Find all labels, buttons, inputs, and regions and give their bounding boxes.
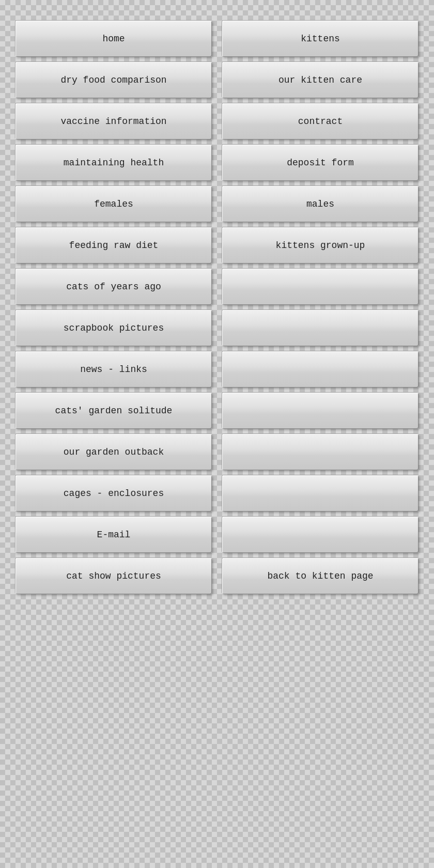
empty-4-button bbox=[222, 393, 419, 429]
cats-of-years-ago-button[interactable]: cats of years ago bbox=[16, 269, 212, 305]
dry-food-comparison-button[interactable]: dry food comparison bbox=[16, 62, 212, 98]
empty-2-button bbox=[222, 310, 419, 346]
cages-enclosures-button[interactable]: cages - enclosures bbox=[16, 475, 212, 512]
empty-3-button bbox=[222, 351, 419, 388]
kittens-button[interactable]: kittens bbox=[222, 21, 419, 57]
males-button[interactable]: males bbox=[222, 186, 419, 222]
empty-6-button bbox=[222, 475, 419, 512]
vaccine-information-button[interactable]: vaccine information bbox=[16, 103, 212, 140]
feeding-raw-diet-button[interactable]: feeding raw diet bbox=[16, 227, 212, 264]
our-garden-outback-button[interactable]: our garden outback bbox=[16, 434, 212, 470]
cats-garden-solitude-button[interactable]: cats' garden solitude bbox=[16, 393, 212, 429]
home-button[interactable]: home bbox=[16, 21, 212, 57]
deposit-form-button[interactable]: deposit form bbox=[222, 145, 419, 181]
back-to-kitten-page-button[interactable]: back to kitten page bbox=[222, 558, 419, 594]
maintaining-health-button[interactable]: maintaining health bbox=[16, 145, 212, 181]
females-button[interactable]: females bbox=[16, 186, 212, 222]
kittens-grown-up-button[interactable]: kittens grown-up bbox=[222, 227, 419, 264]
empty-7-button bbox=[222, 517, 419, 553]
our-kitten-care-button[interactable]: our kitten care bbox=[222, 62, 419, 98]
cat-show-pictures-button[interactable]: cat show pictures bbox=[16, 558, 212, 594]
navigation-grid: homekittensdry food comparisonour kitten… bbox=[16, 21, 419, 594]
scrapbook-pictures-button[interactable]: scrapbook pictures bbox=[16, 310, 212, 346]
news-links-button[interactable]: news - links bbox=[16, 351, 212, 388]
empty-1-button bbox=[222, 269, 419, 305]
empty-5-button bbox=[222, 434, 419, 470]
contract-button[interactable]: contract bbox=[222, 103, 419, 140]
email-button[interactable]: E-mail bbox=[16, 517, 212, 553]
